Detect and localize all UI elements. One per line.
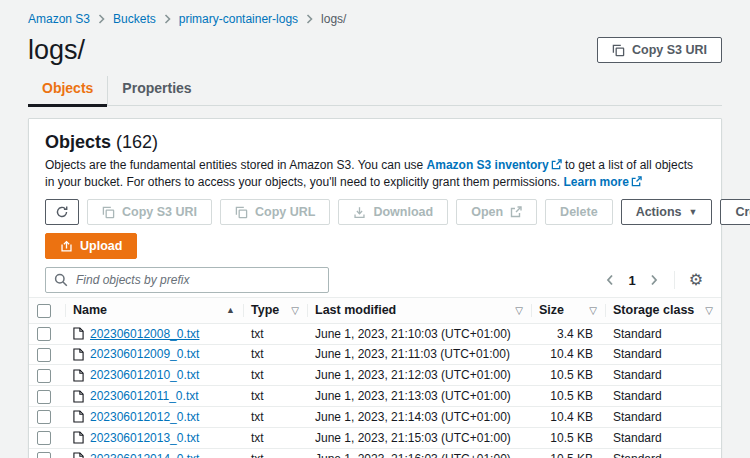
object-last-modified: June 1, 2023, 21:10:03 (UTC+01:00) (307, 323, 531, 344)
copy-s3-uri-label: Copy S3 URI (632, 43, 707, 57)
table-row: 202306012013_0.txt txt June 1, 2023, 21:… (29, 427, 721, 448)
breadcrumb-current-prefix: logs/ (321, 12, 346, 26)
object-last-modified: June 1, 2023, 21:11:03 (UTC+01:00) (307, 344, 531, 365)
object-link[interactable]: 202306012011_0.txt (90, 389, 199, 403)
object-type: txt (243, 344, 307, 365)
objects-panel: Objects (162) Objects are the fundamenta… (28, 118, 722, 458)
refresh-button[interactable] (45, 199, 79, 225)
row-checkbox[interactable] (37, 348, 51, 362)
search-input[interactable] (45, 267, 329, 293)
tab-objects[interactable]: Objects (28, 76, 107, 105)
object-link[interactable]: 202306012009_0.txt (90, 347, 199, 361)
filter-icon[interactable]: ▽ (705, 305, 713, 316)
file-icon (73, 410, 84, 423)
refresh-icon (55, 205, 69, 219)
previous-page-button[interactable] (602, 270, 618, 290)
object-last-modified: June 1, 2023, 21:15:03 (UTC+01:00) (307, 427, 531, 448)
preferences-gear-button[interactable]: ⚙ (687, 270, 705, 290)
inventory-link[interactable]: Amazon S3 inventory (427, 158, 549, 172)
actions-dropdown-button[interactable]: Actions ▼ (621, 199, 713, 225)
column-header-type[interactable]: Type (251, 303, 279, 317)
page-header: logs/ Copy S3 URI (28, 34, 722, 66)
row-checkbox[interactable] (37, 452, 51, 458)
table-row: 202306012009_0.txt txt June 1, 2023, 21:… (29, 344, 721, 365)
s3-console-page: Amazon S3 Buckets primary-container-logs… (0, 0, 750, 458)
object-link[interactable]: 202306012014_0.txt (90, 452, 199, 458)
breadcrumb-buckets[interactable]: Buckets (113, 12, 156, 26)
breadcrumb-amazon-s3[interactable]: Amazon S3 (28, 12, 90, 26)
objects-heading: Objects (162) (45, 131, 705, 153)
chevron-right-icon (306, 14, 313, 24)
object-link[interactable]: 202306012012_0.txt (90, 410, 199, 424)
tab-bar: Objects Properties (28, 76, 722, 106)
objects-table: Name ▲ Type ▽ Last modified ▽ Size ▽ (29, 297, 721, 458)
object-link[interactable]: 202306012010_0.txt (90, 368, 199, 382)
create-folder-button[interactable]: Create folder (720, 199, 750, 225)
search-box (45, 267, 329, 293)
file-icon (73, 348, 84, 361)
table-header-row: Name ▲ Type ▽ Last modified ▽ Size ▽ (29, 298, 721, 324)
object-type: txt (243, 448, 307, 458)
objects-heading-label: Objects (45, 132, 111, 152)
copy-icon (102, 206, 115, 219)
learn-more-link[interactable]: Learn more (564, 175, 629, 189)
select-all-checkbox[interactable] (37, 304, 51, 318)
tab-properties[interactable]: Properties (107, 76, 205, 105)
row-checkbox[interactable] (37, 390, 51, 404)
row-checkbox[interactable] (37, 410, 51, 424)
copy-url-button[interactable]: Copy URL (220, 199, 330, 225)
object-size: 10.5 KB (531, 386, 605, 407)
table-row: 202306012011_0.txt txt June 1, 2023, 21:… (29, 386, 721, 407)
object-type: txt (243, 427, 307, 448)
column-header-last-modified[interactable]: Last modified (315, 303, 396, 317)
caret-down-icon: ▼ (688, 208, 697, 217)
delete-button[interactable]: Delete (545, 199, 613, 225)
object-link[interactable]: 202306012013_0.txt (90, 431, 199, 445)
column-header-size[interactable]: Size (539, 303, 564, 317)
external-link-icon (551, 159, 562, 170)
file-icon (73, 452, 84, 458)
row-checkbox[interactable] (37, 369, 51, 383)
gear-icon: ⚙ (689, 271, 703, 288)
column-header-storage-class[interactable]: Storage class (613, 303, 694, 317)
current-page-number[interactable]: 1 (622, 273, 641, 288)
open-button[interactable]: Open (456, 199, 537, 225)
upload-button[interactable]: Upload (45, 233, 137, 259)
row-checkbox[interactable] (37, 431, 51, 445)
breadcrumb-bucket-name[interactable]: primary-container-logs (179, 12, 298, 26)
object-last-modified: June 1, 2023, 21:14:03 (UTC+01:00) (307, 407, 531, 428)
object-storage-class: Standard (605, 386, 721, 407)
table-row: 202306012014_0.txt txt June 1, 2023, 21:… (29, 448, 721, 458)
object-storage-class: Standard (605, 427, 721, 448)
table-row: 202306012012_0.txt txt June 1, 2023, 21:… (29, 407, 721, 428)
object-link[interactable]: 202306012008_0.txt (90, 327, 199, 341)
filter-icon[interactable]: ▽ (515, 305, 523, 316)
objects-count: (162) (116, 132, 158, 152)
next-page-button[interactable] (646, 270, 662, 290)
object-type: txt (243, 365, 307, 386)
breadcrumb: Amazon S3 Buckets primary-container-logs… (28, 10, 722, 26)
external-link-icon (631, 176, 642, 187)
external-link-icon (510, 206, 522, 218)
object-size: 10.5 KB (531, 448, 605, 458)
download-button-label: Download (373, 205, 433, 219)
copy-s3-uri-button-label: Copy S3 URI (122, 205, 197, 219)
filter-icon[interactable]: ▽ (291, 305, 299, 316)
file-icon (73, 431, 84, 444)
objects-description: Objects are the fundamental entities sto… (45, 157, 705, 191)
download-icon (353, 206, 366, 219)
object-size: 3.4 KB (531, 323, 605, 344)
copy-s3-uri-header-button[interactable]: Copy S3 URI (597, 37, 722, 63)
pagination: 1 ⚙ (602, 270, 705, 290)
download-button[interactable]: Download (338, 199, 448, 225)
copy-s3-uri-button[interactable]: Copy S3 URI (87, 199, 212, 225)
create-folder-button-label: Create folder (735, 205, 750, 219)
chevron-right-icon (98, 14, 105, 24)
row-checkbox[interactable] (37, 327, 51, 341)
object-size: 10.4 KB (531, 407, 605, 428)
column-header-name[interactable]: Name (73, 303, 107, 317)
object-type: txt (243, 407, 307, 428)
object-size: 10.5 KB (531, 365, 605, 386)
filter-icon[interactable]: ▽ (589, 305, 597, 316)
sort-ascending-icon[interactable]: ▲ (226, 305, 235, 315)
